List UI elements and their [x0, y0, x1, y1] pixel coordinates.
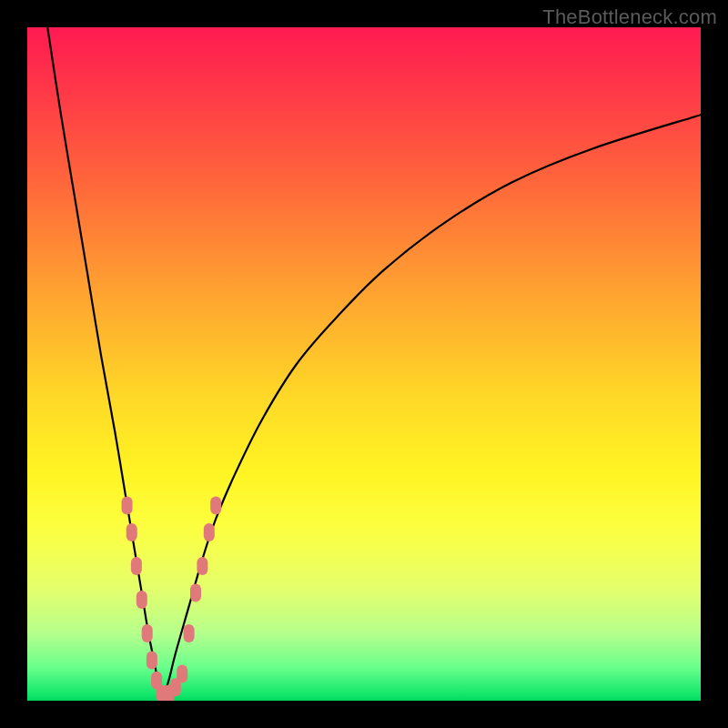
data-marker	[147, 652, 157, 670]
watermark-text: TheBottleneck.com	[542, 5, 717, 29]
data-marker	[190, 584, 201, 602]
data-marker	[210, 496, 221, 514]
data-marker	[204, 523, 215, 541]
data-marker	[177, 664, 187, 682]
right-curve	[162, 115, 701, 701]
data-marker	[142, 624, 153, 642]
data-marker	[197, 557, 207, 575]
data-marker	[126, 523, 137, 541]
plot-area	[27, 27, 701, 701]
data-marker	[122, 496, 133, 514]
data-marker	[184, 624, 195, 642]
data-marker	[131, 557, 142, 575]
data-marker	[136, 591, 147, 609]
chart-frame: TheBottleneck.com	[0, 0, 728, 728]
curve-layer	[27, 27, 701, 701]
